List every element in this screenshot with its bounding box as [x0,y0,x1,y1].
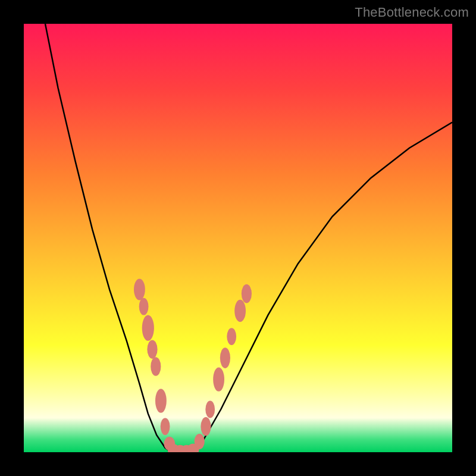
data-point-marker [227,328,236,345]
watermark-text: TheBottleneck.com [355,5,469,20]
data-point-marker [155,389,167,412]
curve-layer [24,24,452,452]
marker-group [134,278,252,452]
data-point-marker [142,315,154,341]
data-point-marker [234,300,246,322]
plot-area [24,24,452,452]
bottleneck-curve [45,24,452,452]
data-point-marker [242,284,252,303]
data-point-marker [205,401,215,418]
data-point-marker [161,418,170,435]
data-point-marker [147,340,157,359]
chart-frame: TheBottleneck.com [0,0,476,476]
data-point-marker [139,298,149,315]
data-point-marker [134,278,145,300]
curve-group [45,24,452,452]
data-point-marker [195,434,205,449]
data-point-marker [213,367,224,391]
data-point-marker [220,347,230,368]
data-point-marker [151,357,161,376]
data-point-marker [201,417,211,436]
